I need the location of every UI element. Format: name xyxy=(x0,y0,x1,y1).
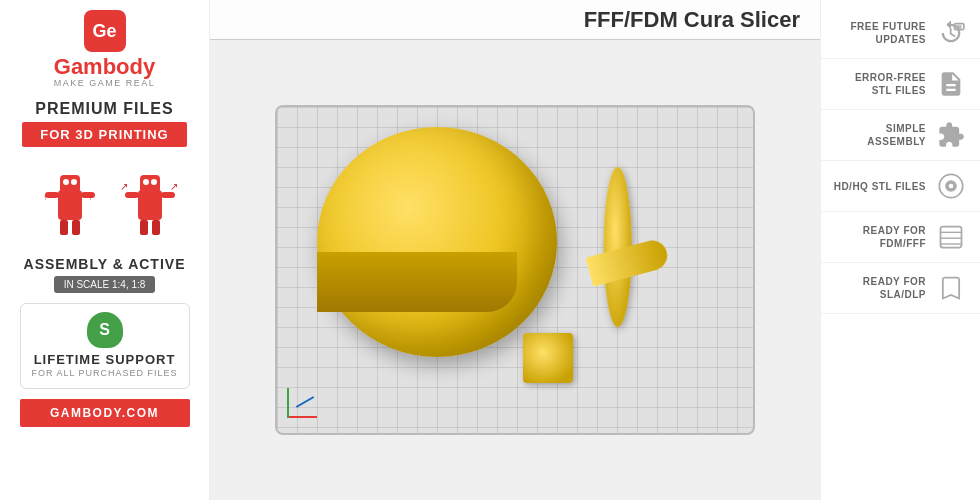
center-view: FFF/FDM Cura Slicer xyxy=(210,0,820,500)
svg-point-2 xyxy=(63,179,69,185)
fdm-icon xyxy=(934,220,968,254)
svg-point-25 xyxy=(949,184,954,189)
svg-rect-0 xyxy=(58,190,82,220)
robot-image: ↑ ↑ ↗ ↗ xyxy=(25,155,185,250)
main-sphere xyxy=(317,127,557,357)
brand-name: Gambody xyxy=(54,56,155,78)
cura-slicer-title: FFF/FDM Cura Slicer xyxy=(584,7,800,33)
build-plate xyxy=(275,105,755,435)
hd-icon xyxy=(934,169,968,203)
for-all-purchased-label: FOR ALL PURCHASED FILES xyxy=(31,368,177,378)
svg-point-13 xyxy=(151,179,157,185)
3d-scene xyxy=(210,40,820,500)
feature-label-4: READY FOR FDM/FFF xyxy=(833,224,926,250)
lifetime-support-label: LIFETIME SUPPORT xyxy=(34,352,176,368)
stl-icon xyxy=(934,67,968,101)
feature-item-2: SIMPLE ASSEMBLY xyxy=(821,110,980,161)
logo-icon: Ge xyxy=(84,10,126,52)
brand-tagline: MAKE GAME REAL xyxy=(54,78,156,88)
feature-label-2: SIMPLE ASSEMBLY xyxy=(833,122,926,148)
axis-y xyxy=(287,388,289,418)
sphere-mouth xyxy=(317,252,517,312)
axis-x xyxy=(287,416,317,418)
svg-rect-1 xyxy=(60,175,80,193)
svg-text:↗: ↗ xyxy=(170,181,178,192)
svg-text:↑: ↑ xyxy=(88,193,92,202)
for-3d-printing-badge: FOR 3D PRINTING xyxy=(22,122,186,147)
feature-item-5: READY FOR SLA/DLP xyxy=(821,263,980,314)
feature-item-1: ERROR-FREE STL FILES xyxy=(821,59,980,110)
updates-icon xyxy=(934,16,968,50)
svg-rect-17 xyxy=(161,192,175,198)
svg-rect-16 xyxy=(125,192,139,198)
feature-item-4: READY FOR FDM/FFF xyxy=(821,212,980,263)
right-sidebar: FREE FUTURE UPDATESERROR-FREE STL FILESS… xyxy=(820,0,980,500)
svg-point-12 xyxy=(143,179,149,185)
feature-label-5: READY FOR SLA/DLP xyxy=(833,275,926,301)
svg-text:↗: ↗ xyxy=(120,181,128,192)
feature-label-1: ERROR-FREE STL FILES xyxy=(833,71,926,97)
shield-icon: S xyxy=(87,312,123,348)
gambody-link[interactable]: GAMBODY.COM xyxy=(20,399,190,427)
svg-rect-15 xyxy=(152,220,160,235)
feature-item-0: FREE FUTURE UPDATES xyxy=(821,8,980,59)
logo-area: Ge Gambody MAKE GAME REAL xyxy=(54,10,156,94)
svg-rect-5 xyxy=(72,220,80,235)
svg-rect-6 xyxy=(45,192,59,198)
scale-badge: IN SCALE 1:4, 1:8 xyxy=(54,276,156,293)
title-bar: FFF/FDM Cura Slicer xyxy=(210,0,820,40)
sla-icon xyxy=(934,271,968,305)
support-box: S LIFETIME SUPPORT FOR ALL PURCHASED FIL… xyxy=(20,303,190,389)
assembly-icon xyxy=(934,118,968,152)
premium-files-label: PREMIUM FILES xyxy=(35,100,173,118)
small-cylinder xyxy=(523,333,573,383)
left-sidebar: Ge Gambody MAKE GAME REAL PREMIUM FILES … xyxy=(0,0,210,500)
svg-rect-11 xyxy=(140,175,160,193)
svg-rect-14 xyxy=(140,220,148,235)
svg-rect-10 xyxy=(138,190,162,220)
feature-label-3: HD/HQ STL FILES xyxy=(834,180,926,193)
assembly-label: ASSEMBLY & ACTIVE xyxy=(24,256,186,272)
feature-item-3: HD/HQ STL FILES xyxy=(821,161,980,212)
svg-point-3 xyxy=(71,179,77,185)
feature-label-0: FREE FUTURE UPDATES xyxy=(833,20,926,46)
svg-rect-4 xyxy=(60,220,68,235)
svg-text:↑: ↑ xyxy=(43,193,47,202)
